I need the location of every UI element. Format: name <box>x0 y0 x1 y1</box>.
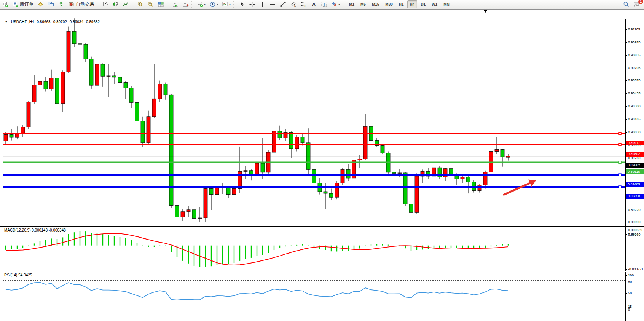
price-line-label-0.89917: 0.89917 <box>626 141 644 145</box>
arrows-dropdown-icon[interactable]: ▾ <box>338 3 340 6</box>
quote-low: 0.89634 <box>70 20 83 24</box>
toolbar: 新订单自动交易▾▾▾EFAT▾M1M5M15M30H1H4D1W1MN1 <box>0 0 644 9</box>
candle-bullish <box>358 159 362 160</box>
candle-bullish <box>461 177 464 179</box>
chart-shift-button[interactable] <box>181 0 190 8</box>
metaeditor-button[interactable] <box>36 0 45 8</box>
timeframe-h1-label: H1 <box>398 2 405 6</box>
signals-icon <box>58 1 64 8</box>
indicators-list-button[interactable]: ▾ <box>195 0 207 8</box>
candle-bullish <box>49 78 53 89</box>
timeframe-h4-label: H4 <box>409 2 416 6</box>
candlestick-chart-button[interactable] <box>111 0 120 8</box>
price-scale[interactable]: 0.911050.909700.908350.907050.905700.904… <box>625 19 644 321</box>
line-handle[interactable] <box>619 161 621 163</box>
auto-scroll-button[interactable] <box>171 0 180 8</box>
axis-tick <box>626 158 627 158</box>
candle-bearish <box>249 171 253 174</box>
timeframe-m5-label: M5 <box>359 2 367 6</box>
candle-bearish <box>392 172 396 174</box>
trendline-button[interactable] <box>278 0 288 8</box>
line-chart-button[interactable] <box>121 0 131 8</box>
toolbar-group-insert: ▾▾▾ <box>195 0 233 9</box>
periods-dropdown-icon[interactable]: ▾ <box>217 3 218 6</box>
auto-scroll-icon <box>172 1 179 8</box>
arrow-annotation[interactable] <box>503 183 531 195</box>
crosshair-button[interactable] <box>247 0 257 8</box>
candle-bullish <box>4 135 8 141</box>
fibonacci-retracement-button[interactable]: F <box>299 0 308 8</box>
templates-dropdown-icon[interactable]: ▾ <box>229 3 231 6</box>
cursor-button[interactable] <box>237 0 247 8</box>
candle-bearish <box>10 135 13 138</box>
indicators-list-dropdown-icon[interactable]: ▾ <box>204 3 206 6</box>
timeframe-m1-button[interactable]: M1 <box>346 0 357 8</box>
zoom-out-button[interactable] <box>146 0 155 8</box>
timeframe-h4-button[interactable]: H4 <box>407 0 418 8</box>
search-button[interactable] <box>622 0 631 8</box>
timeframe-m5-button[interactable]: M5 <box>358 0 368 8</box>
timeframe-d1-button[interactable]: D1 <box>418 0 428 8</box>
candle-bullish <box>443 169 447 177</box>
equidistant-channel-button[interactable]: E <box>289 0 298 8</box>
price-tick-label: 0.000529 <box>628 228 642 232</box>
candle-bearish <box>466 177 470 182</box>
axis-tick <box>626 42 627 43</box>
panel-separator[interactable] <box>0 271 644 272</box>
candlestick-chart-icon <box>112 1 119 8</box>
toolbar-separator <box>233 1 236 8</box>
notifications-button[interactable]: 1 <box>632 0 641 8</box>
zoom-in-button[interactable] <box>135 0 145 8</box>
periods-button[interactable]: ▾ <box>208 0 220 8</box>
one-click-trading-collapse-icon[interactable]: ▼ <box>5 21 8 23</box>
vertical-line-button[interactable] <box>258 0 267 8</box>
terminal-button[interactable] <box>46 0 56 8</box>
timeframe-m15-button[interactable]: M15 <box>369 0 382 8</box>
chart-shift-marker-icon[interactable] <box>484 10 487 13</box>
timeframe-m30-button[interactable]: M30 <box>383 0 395 8</box>
line-handle[interactable] <box>619 174 621 176</box>
main-chart-panel[interactable] <box>3 10 625 226</box>
text-button[interactable]: A <box>309 0 319 8</box>
candle-bearish <box>312 169 316 183</box>
tile-windows-button[interactable] <box>156 0 166 8</box>
axis-tick <box>626 93 627 94</box>
signals-button[interactable] <box>56 0 66 8</box>
candle-bearish <box>324 192 327 193</box>
new-order-label: 新订单 <box>20 1 33 8</box>
quote-close: 0.89682 <box>86 20 100 24</box>
candle-bearish <box>226 188 230 195</box>
candle-bearish <box>89 59 93 85</box>
line-handle[interactable] <box>619 186 621 188</box>
templates-button[interactable]: ▾ <box>220 0 232 8</box>
candle-bearish <box>112 76 116 77</box>
panel-separator[interactable] <box>0 226 644 227</box>
axis-tick <box>626 275 627 276</box>
text-label-button[interactable]: T <box>319 0 329 8</box>
axis-tick <box>626 293 627 294</box>
price-tick-label: 0.89090 <box>628 220 641 224</box>
horizontal-line-button[interactable] <box>268 0 277 8</box>
line-handle[interactable] <box>619 133 621 135</box>
price-line-label-0.89615: 0.89615 <box>626 169 644 174</box>
timeframe-mn-button[interactable]: MN <box>441 0 452 8</box>
candle-bullish <box>15 134 19 137</box>
line-handle[interactable] <box>619 143 621 145</box>
axis-tick <box>626 29 627 30</box>
bar-chart-button[interactable] <box>100 0 110 8</box>
trendline-icon <box>280 1 286 8</box>
svg-text:F: F <box>305 5 306 7</box>
arrows-button[interactable]: ▾ <box>330 0 341 8</box>
autotrading-button[interactable]: 自动交易 <box>67 0 96 8</box>
new-order-button[interactable]: 新订单 <box>11 0 35 8</box>
candle-bearish <box>118 77 122 83</box>
rsi-panel[interactable] <box>3 272 625 312</box>
new-chart-button[interactable] <box>0 0 10 8</box>
candle-bullish <box>61 72 65 104</box>
macd-panel[interactable] <box>3 227 625 271</box>
candle-bullish <box>272 131 276 152</box>
timeframe-w1-button[interactable]: W1 <box>429 0 440 8</box>
timeframe-h1-button[interactable]: H1 <box>396 0 406 8</box>
axis-tick <box>626 222 627 222</box>
axis-tick <box>626 234 627 235</box>
